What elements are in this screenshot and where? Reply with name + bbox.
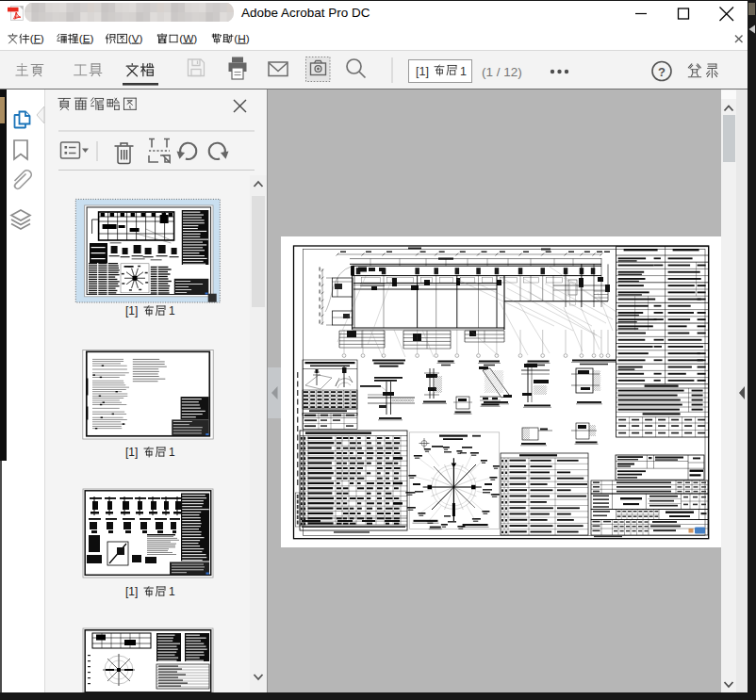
svg-text:[1]: [1] [125, 446, 138, 459]
svg-text:[1]: [1] [125, 585, 138, 598]
svg-text:1: 1 [169, 585, 175, 598]
svg-text:?: ? [658, 65, 666, 79]
svg-text:(1 / 12): (1 / 12) [482, 65, 522, 79]
svg-text:1: 1 [169, 304, 175, 317]
svg-text:1: 1 [169, 446, 175, 459]
svg-text:1: 1 [460, 65, 467, 78]
svg-text:[1]: [1] [125, 304, 138, 317]
svg-text:[1]: [1] [416, 65, 429, 78]
